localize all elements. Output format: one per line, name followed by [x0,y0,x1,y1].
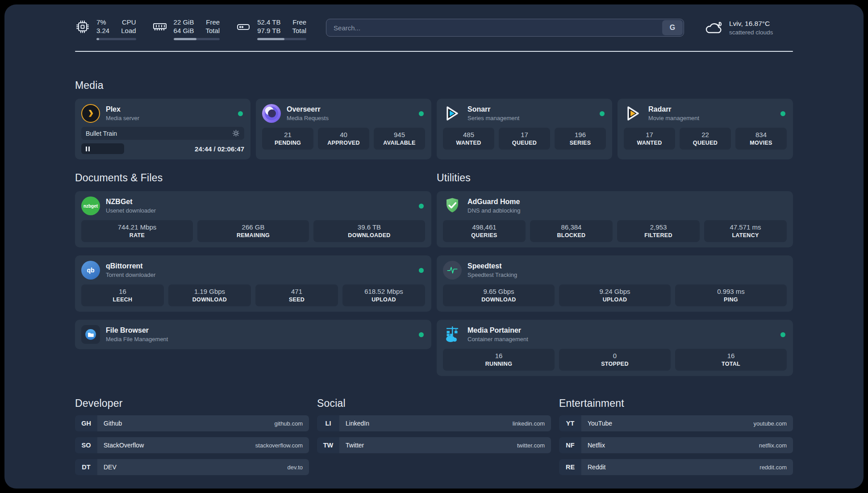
pause-button[interactable] [81,143,124,154]
stat-queries: 498,461QUERIES [443,220,526,242]
weather-location: Lviv, 16.87°C [729,20,773,28]
cpu-load-value: 3.24 [96,26,109,35]
filebrowser-icon [81,325,100,344]
pause-icon [86,146,87,151]
cpu-progress-bar [96,38,136,40]
app-name: Overseerr [287,105,329,113]
section-social: Social LI LinkedInlinkedin.com TW Twitte… [317,397,551,475]
link-abbr: YT [559,415,581,431]
section-media: Media Plex Media server [75,79,793,159]
search-box: G [326,19,684,37]
stat-upload: 9.24 GbpsUPLOAD [559,284,671,306]
link-github[interactable]: GH Githubgithub.com [75,415,309,431]
link-name: Github [104,420,122,427]
status-badge [419,204,424,209]
stat-ping: 0.993 msPING [675,284,787,306]
status-badge [419,111,424,116]
app-desc: Torrent downloader [106,272,155,278]
link-twitter[interactable]: TW Twittertwitter.com [317,437,551,453]
search-engine-button[interactable]: G [662,20,683,35]
app-name: AdGuard Home [467,198,521,206]
section-title-entertainment: Entertainment [559,397,793,409]
stat-total: 16TOTAL [675,349,787,371]
system-stats: 7%3.24 CPULoad 22 GiB64 GiB FreeTotal [75,18,306,40]
disk-icon [236,19,251,34]
app-desc: Series management [467,115,519,121]
cpu-label: CPU [121,18,136,26]
stat-upload: 618.52 MbpsUPLOAD [342,284,425,306]
link-url: twitter.com [517,442,545,449]
link-abbr: NF [559,437,581,453]
link-name: Reddit [588,464,605,471]
stat-running: 16RUNNING [443,349,555,371]
section-title-media: Media [75,79,793,92]
cloud-icon [704,19,723,37]
qbittorrent-icon: qb [81,261,100,280]
link-abbr: RE [559,459,581,475]
link-url: github.com [274,420,303,427]
stat-seed: 471SEED [255,284,338,306]
speedtest-icon [443,261,462,280]
cpu-percent: 7% [96,18,109,26]
app-card-speedtest[interactable]: Speedtest Speedtest Tracking 9.65 GbpsDO… [437,255,793,312]
disk-free-value: 52.4 TB [257,18,280,26]
ram-total-value: 64 GiB [174,26,194,35]
plex-icon [81,104,100,123]
stat-downloaded: 39.6 TBDOWNLOADED [313,220,425,242]
cpu-stat: 7%3.24 CPULoad [75,18,136,40]
app-card-nzbget[interactable]: nzbget NZBGet Usenet downloader 744.21 M… [75,191,431,247]
link-netflix[interactable]: NF Netflixnetflix.com [559,437,793,453]
playback-time: 24:44 / 02:06:47 [195,145,244,153]
link-reddit[interactable]: RE Redditreddit.com [559,459,793,475]
app-name: qBittorrent [106,262,155,270]
dashboard-panel: 7%3.24 CPULoad 22 GiB64 GiB FreeTotal [4,4,864,489]
section-title-utilities: Utilities [437,172,793,184]
stat-leech: 16LEECH [81,284,164,306]
link-url: youtube.com [754,420,787,427]
status-badge [419,332,424,337]
disk-total-label: Total [292,26,306,35]
stat-wanted: 485WANTED [443,128,494,150]
cpu-icon [75,19,90,34]
link-dev[interactable]: DT DEVdev.to [75,459,309,475]
top-bar: 7%3.24 CPULoad 22 GiB64 GiB FreeTotal [75,4,793,40]
link-youtube[interactable]: YT YouTubeyoutube.com [559,415,793,431]
status-badge [600,111,605,116]
cpu-load-label: Load [121,26,136,35]
app-name: File Browser [106,326,168,334]
app-card-radarr[interactable]: Radarr Movie management 17WANTED 22QUEUE… [618,99,793,159]
status-badge [238,111,243,116]
link-name: YouTube [588,420,612,427]
portainer-icon [443,325,462,344]
app-card-plex[interactable]: Plex Media server Bullet Train [75,99,250,159]
link-stackoverflow[interactable]: SO StackOverflowstackoverflow.com [75,437,309,453]
link-name: Twitter [346,442,364,449]
app-name: Radarr [648,105,699,113]
app-desc: Media Requests [287,115,329,121]
app-desc: Speedtest Tracking [467,272,517,278]
app-card-portainer[interactable]: Media Portainer Container management 16R… [437,320,793,376]
gear-icon[interactable] [232,130,240,137]
disk-stat: 52.4 TB97.9 TB FreeTotal [236,18,306,40]
app-card-qbittorrent[interactable]: qb qBittorrent Torrent downloader 16LEEC… [75,255,431,312]
app-card-filebrowser[interactable]: File Browser Media File Management [75,320,431,349]
stat-latency: 47.571 msLATENCY [704,220,787,242]
stat-filtered: 2,953FILTERED [617,220,700,242]
now-playing-title: Bullet Train [86,130,117,137]
app-card-sonarr[interactable]: Sonarr Series management 485WANTED 17QUE… [437,99,612,159]
radarr-icon [624,104,643,123]
link-linkedin[interactable]: LI LinkedInlinkedin.com [317,415,551,431]
disk-total-value: 97.9 TB [257,26,280,35]
section-documents: Documents & Files nzbget NZBGet Usenet d… [75,172,431,376]
app-card-overseerr[interactable]: Overseerr Media Requests 21PENDING 40APP… [256,99,431,159]
adguard-icon [443,196,462,215]
stat-rate: 744.21 MbpsRATE [81,220,193,242]
stat-pending: 21PENDING [262,128,313,150]
app-desc: DNS and adblocking [467,207,521,214]
section-title-social: Social [317,397,551,409]
disk-progress-bar [257,38,306,40]
search-input[interactable] [326,19,684,37]
link-name: LinkedIn [346,420,369,427]
app-card-adguard[interactable]: AdGuard Home DNS and adblocking 498,461Q… [437,191,793,247]
status-badge [419,268,424,273]
